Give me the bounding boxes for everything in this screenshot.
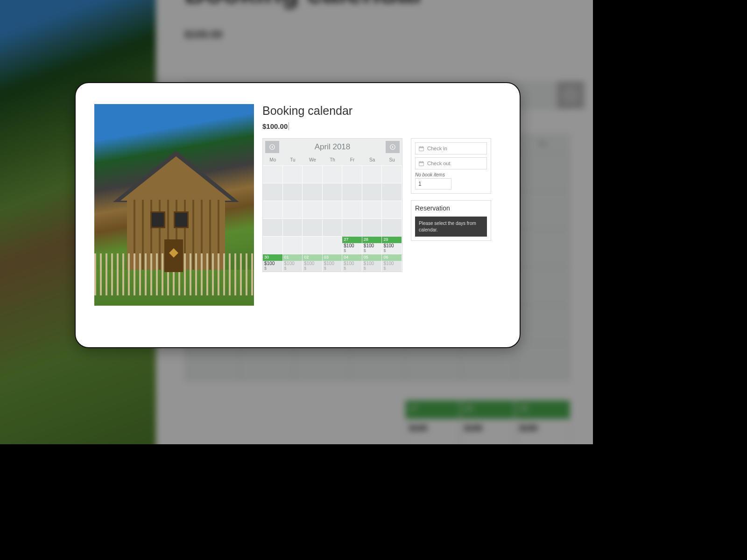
product-price: $100.00	[262, 122, 289, 130]
calendar-icon	[418, 161, 424, 167]
svg-rect-4	[419, 147, 424, 148]
product-title: Booking calendar	[262, 104, 501, 118]
calendar-day[interactable]: 29$100$	[382, 236, 402, 254]
calendar-day[interactable]	[263, 201, 283, 218]
svg-rect-5	[420, 146, 421, 147]
calendar-day[interactable]	[323, 236, 343, 254]
calendar-month-label: April 2018	[282, 142, 383, 152]
calendar-day[interactable]	[303, 201, 323, 218]
calendar-day[interactable]	[303, 183, 323, 201]
items-input[interactable]	[415, 178, 451, 189]
calendar-day[interactable]: 05$100$	[362, 254, 382, 272]
calendar-day[interactable]: 03$100$	[323, 254, 343, 272]
booking-modal: Booking calendar $100.00 April 2018 MoTu…	[75, 82, 521, 348]
calendar-day[interactable]	[263, 183, 283, 201]
reservation-notice: Please select the days from calendar.	[415, 217, 487, 237]
calendar-day[interactable]	[283, 218, 303, 236]
calendar-day[interactable]: 02$100$	[303, 254, 323, 272]
calendar-day[interactable]: 06$100$	[382, 254, 402, 272]
calendar-grid: 27$100$28$100$29$100$30$100$01$100$02$10…	[263, 165, 402, 272]
svg-rect-8	[419, 161, 424, 163]
reservation-title: Reservation	[415, 204, 487, 212]
calendar-dow-cell: Sa	[362, 155, 382, 165]
svg-rect-6	[422, 146, 423, 147]
calendar-icon	[418, 146, 424, 152]
check-out-field[interactable]: Check out	[415, 157, 487, 169]
calendar-next-button[interactable]	[386, 141, 400, 153]
calendar-day[interactable]	[263, 165, 283, 183]
calendar-dow-cell: Fr	[342, 155, 362, 165]
calendar-day[interactable]: 27$100$	[342, 236, 362, 254]
calendar-day[interactable]	[303, 236, 323, 254]
calendar-day[interactable]	[382, 183, 402, 201]
calendar-day[interactable]	[263, 236, 283, 254]
calendar-dow-row: MoTuWeThFrSaSu	[263, 155, 402, 165]
calendar-day[interactable]	[283, 201, 303, 218]
calendar-dow-cell: Th	[323, 155, 343, 165]
calendar-day[interactable]: 04$100$	[342, 254, 362, 272]
calendar-day[interactable]	[342, 165, 362, 183]
calendar-day[interactable]	[382, 218, 402, 236]
calendar-day[interactable]: 30$100$	[263, 254, 283, 272]
calendar-prev-button[interactable]	[265, 141, 279, 153]
calendar-day[interactable]	[323, 183, 343, 201]
calendar-day[interactable]	[382, 201, 402, 218]
calendar-day[interactable]	[362, 183, 382, 201]
product-image[interactable]	[94, 104, 254, 306]
calendar-day[interactable]	[283, 165, 303, 183]
calendar-day[interactable]: 01$100$	[283, 254, 303, 272]
calendar-dow-cell: Su	[382, 155, 402, 165]
calendar-widget: April 2018 MoTuWeThFrSaSu 27$100$28$100$…	[262, 138, 402, 272]
calendar-day[interactable]	[362, 218, 382, 236]
chevron-left-icon	[269, 144, 275, 150]
calendar-day[interactable]	[342, 201, 362, 218]
check-in-field[interactable]: Check in	[415, 142, 487, 154]
calendar-day[interactable]	[323, 218, 343, 236]
calendar-day[interactable]	[342, 218, 362, 236]
calendar-day[interactable]	[362, 165, 382, 183]
chevron-right-icon	[389, 144, 396, 150]
calendar-day[interactable]	[303, 218, 323, 236]
booking-form-panel: Check in Check out No book items	[411, 138, 491, 194]
calendar-day[interactable]: 28$100$	[362, 236, 382, 254]
calendar-day[interactable]	[362, 201, 382, 218]
check-out-placeholder: Check out	[427, 161, 451, 166]
calendar-day[interactable]	[323, 165, 343, 183]
check-in-placeholder: Check in	[427, 146, 447, 151]
calendar-dow-cell: We	[303, 155, 323, 165]
calendar-day[interactable]	[382, 165, 402, 183]
calendar-day[interactable]	[283, 183, 303, 201]
calendar-day[interactable]	[323, 201, 343, 218]
svg-rect-10	[422, 161, 423, 162]
calendar-day[interactable]	[263, 218, 283, 236]
reservation-panel: Reservation Please select the days from …	[411, 200, 491, 241]
calendar-day[interactable]	[283, 236, 303, 254]
items-label: No book items	[415, 172, 487, 177]
calendar-day[interactable]	[342, 183, 362, 201]
calendar-dow-cell: Mo	[263, 155, 283, 165]
calendar-day[interactable]	[303, 165, 323, 183]
svg-rect-9	[420, 161, 421, 162]
calendar-dow-cell: Tu	[283, 155, 303, 165]
